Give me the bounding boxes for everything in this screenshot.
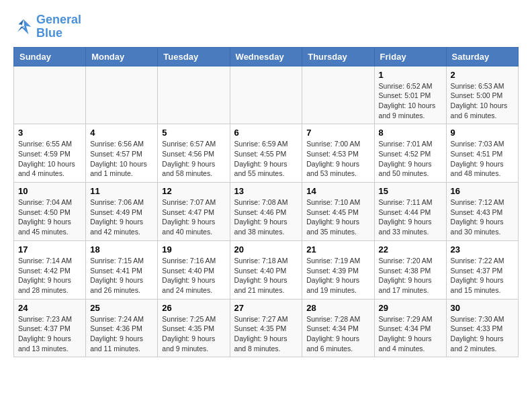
day-info: Sunrise: 7:15 AM Sunset: 4:41 PM Dayligh… bbox=[90, 256, 153, 295]
day-info: Sunrise: 7:06 AM Sunset: 4:49 PM Dayligh… bbox=[90, 197, 153, 237]
logo: General Blue bbox=[13, 13, 81, 40]
day-cell bbox=[86, 66, 158, 124]
day-info: Sunrise: 7:11 AM Sunset: 4:44 PM Dayligh… bbox=[379, 197, 442, 237]
day-number: 17 bbox=[18, 244, 81, 255]
day-cell: 8Sunrise: 7:01 AM Sunset: 4:52 PM Daylig… bbox=[374, 124, 446, 183]
day-number: 28 bbox=[306, 303, 369, 313]
week-row-3: 17Sunrise: 7:14 AM Sunset: 4:42 PM Dayli… bbox=[14, 240, 519, 299]
day-number: 11 bbox=[90, 186, 153, 196]
day-number: 30 bbox=[451, 303, 514, 313]
day-info: Sunrise: 7:14 AM Sunset: 4:42 PM Dayligh… bbox=[18, 256, 81, 295]
day-info: Sunrise: 7:03 AM Sunset: 4:51 PM Dayligh… bbox=[451, 139, 514, 179]
header-monday: Monday bbox=[86, 47, 158, 66]
day-info: Sunrise: 7:04 AM Sunset: 4:50 PM Dayligh… bbox=[18, 197, 81, 237]
day-info: Sunrise: 7:10 AM Sunset: 4:45 PM Dayligh… bbox=[306, 197, 369, 237]
day-cell bbox=[302, 66, 374, 124]
day-info: Sunrise: 7:30 AM Sunset: 4:33 PM Dayligh… bbox=[451, 314, 514, 354]
day-number: 26 bbox=[162, 303, 225, 313]
day-cell: 24Sunrise: 7:23 AM Sunset: 4:37 PM Dayli… bbox=[14, 299, 86, 357]
day-number: 27 bbox=[234, 303, 298, 313]
day-info: Sunrise: 7:28 AM Sunset: 4:34 PM Dayligh… bbox=[306, 314, 369, 354]
day-info: Sunrise: 7:16 AM Sunset: 4:40 PM Dayligh… bbox=[162, 256, 225, 295]
day-cell: 15Sunrise: 7:11 AM Sunset: 4:44 PM Dayli… bbox=[374, 183, 446, 241]
svg-marker-1 bbox=[17, 19, 25, 32]
header-saturday: Saturday bbox=[446, 47, 518, 66]
day-cell: 1Sunrise: 6:52 AM Sunset: 5:01 PM Daylig… bbox=[374, 66, 446, 124]
day-info: Sunrise: 7:07 AM Sunset: 4:47 PM Dayligh… bbox=[162, 197, 225, 237]
day-cell: 20Sunrise: 7:18 AM Sunset: 4:40 PM Dayli… bbox=[230, 240, 302, 299]
day-info: Sunrise: 6:59 AM Sunset: 4:55 PM Dayligh… bbox=[234, 139, 298, 179]
day-cell bbox=[14, 66, 86, 124]
day-number: 16 bbox=[451, 186, 514, 196]
day-cell: 10Sunrise: 7:04 AM Sunset: 4:50 PM Dayli… bbox=[14, 183, 86, 241]
day-number: 1 bbox=[379, 70, 442, 80]
day-cell: 21Sunrise: 7:19 AM Sunset: 4:39 PM Dayli… bbox=[302, 240, 374, 299]
day-number: 22 bbox=[379, 244, 442, 255]
day-number: 21 bbox=[306, 244, 369, 255]
day-number: 20 bbox=[234, 244, 298, 255]
day-cell: 13Sunrise: 7:08 AM Sunset: 4:46 PM Dayli… bbox=[230, 183, 302, 241]
day-cell: 2Sunrise: 6:53 AM Sunset: 5:00 PM Daylig… bbox=[446, 66, 518, 124]
day-cell: 26Sunrise: 7:25 AM Sunset: 4:35 PM Dayli… bbox=[158, 299, 230, 357]
day-cell: 25Sunrise: 7:24 AM Sunset: 4:36 PM Dayli… bbox=[86, 299, 158, 357]
day-info: Sunrise: 7:20 AM Sunset: 4:38 PM Dayligh… bbox=[379, 256, 442, 295]
week-row-1: 3Sunrise: 6:55 AM Sunset: 4:59 PM Daylig… bbox=[14, 124, 519, 183]
calendar-header-row: SundayMondayTuesdayWednesdayThursdayFrid… bbox=[14, 47, 519, 66]
day-info: Sunrise: 7:24 AM Sunset: 4:36 PM Dayligh… bbox=[90, 314, 153, 354]
logo-icon bbox=[13, 17, 34, 37]
day-number: 15 bbox=[379, 186, 442, 196]
header-tuesday: Tuesday bbox=[158, 47, 230, 66]
day-cell: 17Sunrise: 7:14 AM Sunset: 4:42 PM Dayli… bbox=[14, 240, 86, 299]
day-number: 18 bbox=[90, 244, 153, 255]
day-info: Sunrise: 6:56 AM Sunset: 4:57 PM Dayligh… bbox=[90, 139, 153, 179]
day-info: Sunrise: 7:29 AM Sunset: 4:34 PM Dayligh… bbox=[379, 314, 442, 354]
day-number: 7 bbox=[306, 128, 369, 138]
header-friday: Friday bbox=[374, 47, 446, 66]
day-number: 29 bbox=[379, 303, 442, 313]
day-cell: 5Sunrise: 6:57 AM Sunset: 4:56 PM Daylig… bbox=[158, 124, 230, 183]
day-info: Sunrise: 7:01 AM Sunset: 4:52 PM Dayligh… bbox=[379, 139, 442, 179]
day-info: Sunrise: 7:23 AM Sunset: 4:37 PM Dayligh… bbox=[18, 314, 81, 354]
day-number: 19 bbox=[162, 244, 225, 255]
day-info: Sunrise: 6:52 AM Sunset: 5:01 PM Dayligh… bbox=[379, 81, 442, 121]
day-cell: 16Sunrise: 7:12 AM Sunset: 4:43 PM Dayli… bbox=[446, 183, 518, 241]
day-number: 23 bbox=[451, 244, 514, 255]
day-number: 5 bbox=[162, 128, 225, 138]
day-cell: 29Sunrise: 7:29 AM Sunset: 4:34 PM Dayli… bbox=[374, 299, 446, 357]
day-info: Sunrise: 6:53 AM Sunset: 5:00 PM Dayligh… bbox=[451, 81, 514, 121]
day-cell: 14Sunrise: 7:10 AM Sunset: 4:45 PM Dayli… bbox=[302, 183, 374, 241]
day-cell: 28Sunrise: 7:28 AM Sunset: 4:34 PM Dayli… bbox=[302, 299, 374, 357]
day-number: 4 bbox=[90, 128, 153, 138]
day-info: Sunrise: 7:12 AM Sunset: 4:43 PM Dayligh… bbox=[451, 197, 514, 237]
week-row-2: 10Sunrise: 7:04 AM Sunset: 4:50 PM Dayli… bbox=[14, 183, 519, 241]
day-cell: 7Sunrise: 7:00 AM Sunset: 4:53 PM Daylig… bbox=[302, 124, 374, 183]
day-cell: 4Sunrise: 6:56 AM Sunset: 4:57 PM Daylig… bbox=[86, 124, 158, 183]
day-info: Sunrise: 7:00 AM Sunset: 4:53 PM Dayligh… bbox=[306, 139, 369, 179]
day-number: 10 bbox=[18, 186, 81, 196]
day-cell: 11Sunrise: 7:06 AM Sunset: 4:49 PM Dayli… bbox=[86, 183, 158, 241]
day-info: Sunrise: 7:22 AM Sunset: 4:37 PM Dayligh… bbox=[451, 256, 514, 295]
day-number: 13 bbox=[234, 186, 298, 196]
day-info: Sunrise: 7:27 AM Sunset: 4:35 PM Dayligh… bbox=[234, 314, 298, 354]
day-cell: 30Sunrise: 7:30 AM Sunset: 4:33 PM Dayli… bbox=[446, 299, 518, 357]
day-cell: 12Sunrise: 7:07 AM Sunset: 4:47 PM Dayli… bbox=[158, 183, 230, 241]
day-cell: 3Sunrise: 6:55 AM Sunset: 4:59 PM Daylig… bbox=[14, 124, 86, 183]
day-cell bbox=[158, 66, 230, 124]
day-number: 14 bbox=[306, 186, 369, 196]
day-info: Sunrise: 6:55 AM Sunset: 4:59 PM Dayligh… bbox=[18, 139, 81, 179]
header-sunday: Sunday bbox=[14, 47, 86, 66]
day-number: 2 bbox=[451, 70, 514, 80]
day-cell: 22Sunrise: 7:20 AM Sunset: 4:38 PM Dayli… bbox=[374, 240, 446, 299]
day-cell: 23Sunrise: 7:22 AM Sunset: 4:37 PM Dayli… bbox=[446, 240, 518, 299]
header-thursday: Thursday bbox=[302, 47, 374, 66]
day-number: 25 bbox=[90, 303, 153, 313]
week-row-0: 1Sunrise: 6:52 AM Sunset: 5:01 PM Daylig… bbox=[14, 66, 519, 124]
day-cell: 6Sunrise: 6:59 AM Sunset: 4:55 PM Daylig… bbox=[230, 124, 302, 183]
day-number: 24 bbox=[18, 303, 81, 313]
day-cell: 9Sunrise: 7:03 AM Sunset: 4:51 PM Daylig… bbox=[446, 124, 518, 183]
day-number: 8 bbox=[379, 128, 442, 138]
day-info: Sunrise: 7:19 AM Sunset: 4:39 PM Dayligh… bbox=[306, 256, 369, 295]
day-info: Sunrise: 6:57 AM Sunset: 4:56 PM Dayligh… bbox=[162, 139, 225, 179]
header-wednesday: Wednesday bbox=[230, 47, 302, 66]
page-header: General Blue bbox=[13, 13, 519, 40]
